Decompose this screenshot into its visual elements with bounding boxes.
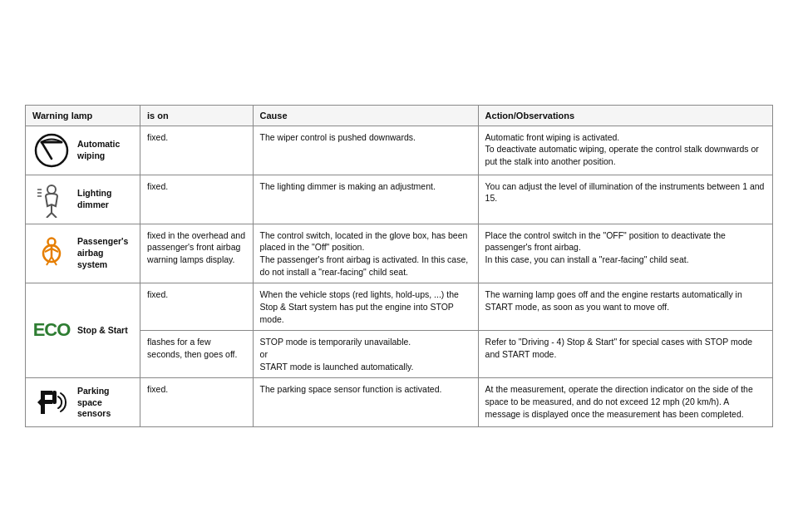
airbag-lamp-name: Passenger's airbag system [77,236,133,270]
warning-lamp-cell-airbag: Passenger's airbag system [26,224,140,283]
warning-lamp-cell-dimmer: Lighting dimmer [26,175,140,224]
warning-lamp-cell-eco: ECO Stop & Start [26,283,140,378]
svg-rect-19 [52,391,57,404]
dimmer-is-on: fixed. [140,175,254,224]
wiper-icon [32,131,71,170]
svg-line-1 [42,142,52,159]
airbag-cause: The control switch, located in the glove… [253,224,478,283]
warning-lamp-cell-parking: Parking space sensors [26,378,140,427]
col-header-warning-lamp: Warning lamp [26,105,140,126]
wiper-lamp-name: Automatic wiping [77,139,133,161]
stop-start-action-1: The warning lamp goes off and the engine… [478,283,772,331]
col-header-is-on: is on [140,105,254,126]
dimmer-icon [32,180,71,219]
wiper-is-on: fixed. [140,126,254,175]
dimmer-lamp-name: Lighting dimmer [77,188,133,210]
svg-marker-20 [37,399,41,406]
svg-point-2 [47,185,56,194]
stop-start-is-on-2: flashes for a few seconds, then goes off… [140,331,254,378]
stop-start-is-on-1: fixed. [140,283,254,331]
table-row: Lighting dimmer fixed. The lighting dimm… [26,175,773,224]
warning-lamp-table: Warning lamp is on Cause Action/Observat… [25,105,773,428]
table-row: Automatic wiping fixed. The wiper contro… [26,126,773,175]
wiper-action: Automatic front wiping is activated. To … [478,126,772,175]
airbag-is-on: fixed in the overhead and passenger's fr… [140,224,254,283]
eco-text-icon: ECO [33,318,71,343]
main-container: Warning lamp is on Cause Action/Observat… [25,105,773,428]
parking-cause: The parking space sensor function is act… [253,378,478,427]
svg-rect-18 [41,400,52,404]
airbag-icon [32,234,71,273]
table-row: ECO Stop & Start fixed. When the vehicle… [26,283,773,331]
dimmer-cause: The lighting dimmer is making an adjustm… [253,175,478,224]
parking-icon [32,383,71,421]
stop-start-cause-1: When the vehicle stops (red lights, hold… [253,283,478,331]
warning-lamp-cell-wiper: Automatic wiping [26,126,140,175]
svg-rect-17 [41,391,52,395]
wiper-cause: The wiper control is pushed downwards. [253,126,478,175]
svg-line-4 [47,213,52,218]
airbag-action: Place the control switch in the "OFF" po… [478,224,772,283]
parking-lamp-name: Parking space sensors [77,386,133,420]
eco-lamp-name: Stop & Start [77,325,128,337]
col-header-cause: Cause [253,105,478,126]
svg-line-5 [52,213,57,218]
stop-start-action-2: Refer to "Driving - 4) Stop & Start" for… [478,331,772,378]
parking-action: At the measurement, operate the directio… [478,378,772,427]
dimmer-action: You can adjust the level of illumination… [478,175,772,224]
col-header-action: Action/Observations [478,105,772,126]
stop-start-cause-2: STOP mode is temporarily unavailable. or… [253,331,478,378]
table-row: Parking space sensors fixed. The parking… [26,378,773,427]
eco-icon: ECO [32,312,71,350]
table-row: Passenger's airbag system fixed in the o… [26,224,773,283]
parking-is-on: fixed. [140,378,254,427]
